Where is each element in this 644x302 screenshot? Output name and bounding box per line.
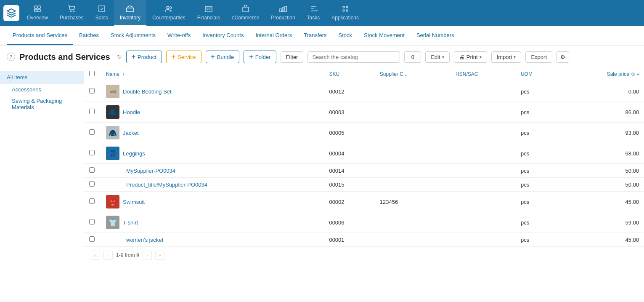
row-uom: pcs <box>516 178 559 192</box>
nav-tasks[interactable]: Tasks <box>301 0 326 26</box>
nav-applications[interactable]: Applications <box>326 0 365 26</box>
row-checkbox[interactable] <box>89 198 95 204</box>
plus-icon: + <box>249 53 253 61</box>
svg-point-13 <box>343 6 345 8</box>
nav-overview[interactable]: Overview <box>21 0 54 26</box>
nav-financials[interactable]: Financials <box>191 0 226 26</box>
table-row: 🛏Double Bedding Set00012pcs0.00 <box>84 81 644 102</box>
product-name-link[interactable]: Product_title/MySupplier-PO0034 <box>126 182 207 188</box>
nav-production[interactable]: Production <box>265 0 301 26</box>
row-uom: pcs <box>516 81 559 102</box>
product-name-link[interactable]: Leggings <box>123 150 145 157</box>
help-icon[interactable]: ? <box>7 53 15 61</box>
select-all-header[interactable] <box>84 67 101 81</box>
subnav-inventory-counts[interactable]: Inventory Counts <box>196 26 249 45</box>
row-sale-price: 0.00 <box>559 81 644 102</box>
product-thumbnail: 👕 <box>106 216 119 229</box>
svg-point-4 <box>70 11 72 12</box>
th-supplier-code[interactable]: Supplier C... <box>375 67 451 81</box>
row-checkbox-cell <box>84 102 101 123</box>
subnav-serial-numbers[interactable]: Serial Numbers <box>411 26 460 45</box>
product-name-link[interactable]: Swimsuit <box>123 199 145 205</box>
chevron-down-icon: ▾ <box>514 55 516 59</box>
svg-rect-12 <box>285 6 286 12</box>
row-supplier-code <box>375 178 451 192</box>
row-checkbox[interactable] <box>89 129 95 135</box>
nav-inventory[interactable]: Inventory <box>114 0 146 26</box>
pagination-last-btn[interactable]: » <box>155 251 164 260</box>
svg-rect-9 <box>243 7 249 12</box>
sidebar-item-accessories[interactable]: Accessories <box>0 84 84 95</box>
product-name-link[interactable]: Jacket <box>123 130 139 136</box>
add-bundle-button[interactable]: + Bundle <box>206 51 240 63</box>
row-sale-price: 45.00 <box>559 233 644 247</box>
row-checkbox[interactable] <box>89 181 95 187</box>
product-name-link[interactable]: Double Bedding Set <box>123 88 172 95</box>
print-button[interactable]: 🖨 Print ▾ <box>454 51 487 63</box>
sidebar-item-all[interactable]: All items <box>0 71 84 84</box>
row-hsn-sac <box>451 102 516 123</box>
subnav-internal-orders[interactable]: Internal Orders <box>249 26 298 45</box>
subnav-stock[interactable]: Stock <box>333 26 358 45</box>
product-name-link[interactable]: Hoodie <box>123 109 140 115</box>
row-sku: 00006 <box>324 212 374 233</box>
subnav-write-offs[interactable]: Write-offs <box>162 26 196 45</box>
nav-ecommerce[interactable]: eCommerce <box>226 0 265 26</box>
subnav-stock-adjustments[interactable]: Stock Adjustments <box>105 26 162 45</box>
add-service-button[interactable]: + Service <box>166 51 201 63</box>
row-name-cell: 👙Swimsuit <box>101 192 324 212</box>
row-hsn-sac <box>451 233 516 247</box>
row-sku: 00001 <box>324 233 374 247</box>
edit-button[interactable]: Edit ▾ <box>425 51 449 63</box>
svg-point-16 <box>346 10 348 11</box>
product-name-link[interactable]: women's jacket <box>126 237 163 243</box>
row-uom: pcs <box>516 233 559 247</box>
subnav-stock-movement[interactable]: Stock Movement <box>358 26 411 45</box>
row-sku: 00012 <box>324 81 374 102</box>
row-checkbox[interactable] <box>89 109 95 114</box>
plus-icon: + <box>132 53 135 61</box>
count-display: 0 <box>404 51 421 63</box>
th-hsn-sac[interactable]: HSN/SAC <box>451 67 516 81</box>
pagination-first-btn[interactable]: « <box>91 251 100 260</box>
app-logo[interactable] <box>3 5 19 21</box>
th-uom[interactable]: UOM <box>516 67 559 81</box>
nav-counterparties[interactable]: Counterparties <box>146 0 191 26</box>
export-button[interactable]: Export <box>525 51 552 63</box>
pagination-prev-btn[interactable]: ‹ <box>103 251 113 260</box>
row-checkbox[interactable] <box>89 236 95 242</box>
subnav-products-and-services[interactable]: Products and Services <box>7 26 73 45</box>
filter-button[interactable]: Filter <box>281 51 304 63</box>
th-name[interactable]: Name ↑ <box>101 67 324 81</box>
add-product-button[interactable]: + Product <box>126 51 162 63</box>
svg-point-7 <box>170 7 172 8</box>
svg-rect-1 <box>38 6 40 8</box>
add-folder-button[interactable]: + Folder <box>244 51 276 63</box>
select-all-checkbox[interactable] <box>89 71 95 76</box>
pagination-next-btn[interactable]: › <box>143 251 152 260</box>
refresh-icon[interactable]: ↻ <box>117 53 122 60</box>
page-title: Products and Services <box>19 52 110 62</box>
row-checkbox-cell <box>84 123 101 143</box>
nav-purchases[interactable]: Purchases <box>54 0 90 26</box>
settings-button[interactable]: ⚙ <box>557 51 569 63</box>
th-sku[interactable]: SKU <box>324 67 374 81</box>
nav-sales[interactable]: Sales <box>90 0 114 26</box>
row-checkbox[interactable] <box>89 150 95 155</box>
row-checkbox[interactable] <box>89 167 95 173</box>
sidebar-item-sewing[interactable]: Sewing & Packaging Materials <box>0 95 84 113</box>
sale-price-gear-icon[interactable]: ⚙ <box>631 72 635 77</box>
row-hsn-sac <box>451 178 516 192</box>
import-button[interactable]: Import ▾ <box>491 51 522 63</box>
row-name-cell: Product_title/MySupplier-PO0034 <box>101 178 324 192</box>
search-input[interactable] <box>307 51 400 63</box>
row-hsn-sac <box>451 212 516 233</box>
table-body: 🛏Double Bedding Set00012pcs0.00🧥Hoodie00… <box>84 81 644 247</box>
th-sale-price[interactable]: Sale price ⚙ ▾ <box>559 67 644 81</box>
product-name-link[interactable]: MySupplier-PO0034 <box>126 168 175 174</box>
product-name-link[interactable]: T-shirt <box>123 219 138 226</box>
subnav-transfers[interactable]: Transfers <box>298 26 332 45</box>
row-checkbox[interactable] <box>89 219 95 224</box>
row-checkbox[interactable] <box>89 88 95 94</box>
subnav-batches[interactable]: Batches <box>73 26 105 45</box>
